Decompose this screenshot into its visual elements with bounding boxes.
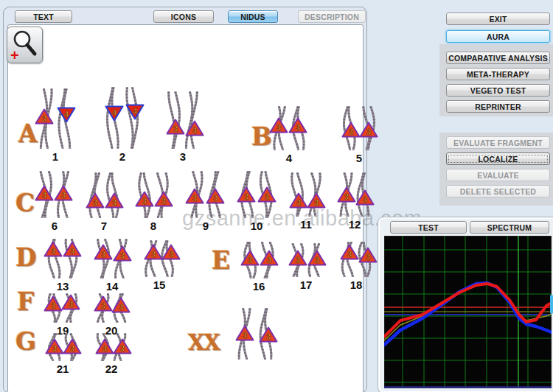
chromosome-pair-20[interactable]: 3320 xyxy=(92,293,131,339)
nidus-marker-3-up[interactable]: 3 xyxy=(359,121,378,139)
svg-text:3: 3 xyxy=(112,198,116,207)
nidus-marker-4-down[interactable]: 4 xyxy=(105,105,124,122)
nidus-marker-3-up[interactable]: 3 xyxy=(105,192,124,209)
svg-text:3: 3 xyxy=(344,192,349,201)
nidus-marker-3-up[interactable]: 3 xyxy=(340,243,359,261)
nidus-marker-3-up[interactable]: 3 xyxy=(206,187,225,205)
svg-text:3: 3 xyxy=(142,197,147,206)
svg-text:3: 3 xyxy=(42,191,46,200)
nidus-marker-3-up[interactable]: 3 xyxy=(35,184,54,202)
nidus-marker-3-up[interactable]: 3 xyxy=(144,243,163,261)
pair-number-label: 17 xyxy=(287,279,325,291)
nidus-marker-3-up[interactable]: 3 xyxy=(63,240,82,258)
nidus-marker-3-up[interactable]: 3 xyxy=(240,249,260,267)
nidus-marker-3-up[interactable]: 3 xyxy=(95,337,114,355)
nidus-marker-3-up[interactable]: 3 xyxy=(35,108,54,125)
nidus-marker-3-up[interactable]: 3 xyxy=(44,295,63,312)
svg-text:3: 3 xyxy=(51,301,55,310)
chromosome-pair-16[interactable]: 3316 xyxy=(239,242,279,295)
nidus-marker-3-up[interactable]: 3 xyxy=(94,243,113,261)
nidus-marker-3-up[interactable]: 3 xyxy=(54,184,73,202)
chromosome-pair-18[interactable]: 3318 xyxy=(337,242,375,293)
chromosome-pair-8[interactable]: 338 xyxy=(133,172,173,234)
svg-text:3: 3 xyxy=(70,344,74,353)
delete-selected-button[interactable]: DELETE SELECTED xyxy=(446,185,550,197)
evaluate-fragment-button[interactable]: EVALUATE FRAGMENT xyxy=(446,136,550,149)
nidus-marker-3-up[interactable]: 3 xyxy=(341,121,361,139)
comparative-analysis-button[interactable]: COMPARATIVE ANALYSIS xyxy=(446,52,550,64)
reprinter-button[interactable]: REPRINTER xyxy=(446,100,550,113)
localize-button[interactable]: LOCALIZE xyxy=(446,153,550,165)
chromosome-pair-14[interactable]: 3314 xyxy=(92,239,132,295)
test-button[interactable]: TEST xyxy=(390,221,467,234)
nidus-marker-3-up[interactable]: 3 xyxy=(337,186,356,203)
tab-description[interactable]: DESCRIPTION xyxy=(298,10,366,23)
nidus-marker-3-up[interactable]: 3 xyxy=(288,116,307,134)
nidus-marker-3-up[interactable]: 3 xyxy=(44,240,63,258)
chromosome-pair-3[interactable]: 333 xyxy=(163,91,203,165)
svg-text:3: 3 xyxy=(101,301,105,310)
nidus-marker-3-up[interactable]: 3 xyxy=(135,190,154,208)
chromosome-pair-17[interactable]: 3317 xyxy=(287,243,325,293)
scrollbar-thumb[interactable] xyxy=(550,295,553,314)
nidus-marker-3-up[interactable]: 3 xyxy=(307,192,326,209)
nidus-marker-3-up[interactable]: 3 xyxy=(288,249,307,267)
nidus-marker-4-down[interactable]: 4 xyxy=(125,103,145,121)
nidus-marker-3-up[interactable]: 3 xyxy=(166,118,185,136)
nidus-marker-3-up[interactable]: 3 xyxy=(237,186,256,203)
nidus-marker-3-up[interactable]: 3 xyxy=(86,192,105,209)
chromosome-pair-21[interactable]: 3321 xyxy=(44,333,82,377)
nidus-marker-3-up[interactable]: 3 xyxy=(269,116,288,134)
chromosome-pair-13[interactable]: 3313 xyxy=(44,239,82,295)
aura-button[interactable]: AURA xyxy=(446,30,550,43)
nidus-marker-3-up[interactable]: 3 xyxy=(161,243,181,261)
nidus-marker-3-up[interactable]: 3 xyxy=(259,326,278,343)
tab-nidus[interactable]: NIDUS xyxy=(228,10,278,23)
nidus-marker-3-up[interactable]: 3 xyxy=(185,187,204,205)
nidus-marker-3-up[interactable]: 3 xyxy=(61,293,80,311)
chromosome-pair-9[interactable]: 339 xyxy=(185,171,226,234)
pair-number-label: 10 xyxy=(235,220,278,232)
nidus-marker-4-down[interactable]: 4 xyxy=(57,106,76,124)
chromosome-pair-7[interactable]: 337 xyxy=(84,172,124,234)
nidus-marker-3-up[interactable]: 3 xyxy=(111,296,131,314)
evaluate-button[interactable]: EVALUATE xyxy=(446,169,550,181)
chromosome-pair-XX[interactable]: 33 xyxy=(231,308,279,376)
nidus-marker-3-up[interactable]: 3 xyxy=(289,192,308,209)
nidus-marker-3-up[interactable]: 3 xyxy=(235,324,254,342)
nidus-marker-3-up[interactable]: 3 xyxy=(355,189,375,206)
chromosome-pair-5[interactable]: 335 xyxy=(337,106,381,167)
zoom-tool-button[interactable]: + xyxy=(7,27,43,63)
chromosome-pair-2[interactable]: 442 xyxy=(100,87,145,165)
meta-therapy-button[interactable]: META-THERAPY xyxy=(446,68,550,80)
nidus-marker-3-up[interactable]: 3 xyxy=(63,337,82,355)
group-label-G: G xyxy=(15,327,36,356)
nidus-marker-3-up[interactable]: 3 xyxy=(307,249,327,267)
nidus-marker-3-up[interactable]: 3 xyxy=(257,186,276,203)
spectrum-button[interactable]: SPECTRUM xyxy=(470,221,549,234)
tab-icons[interactable]: ICONS xyxy=(153,10,214,23)
chromosome-pair-10[interactable]: 3310 xyxy=(235,171,278,234)
nidus-marker-3-up[interactable]: 3 xyxy=(113,245,132,262)
chromosome-pair-4[interactable]: 334 xyxy=(268,106,310,167)
nidus-marker-3-up[interactable]: 3 xyxy=(358,246,378,264)
tab-text[interactable]: TEXT xyxy=(15,10,72,23)
nidus-marker-3-up[interactable]: 3 xyxy=(113,337,132,355)
chromosome-pair-15[interactable]: 3315 xyxy=(141,240,178,293)
chromosome-pair-19[interactable]: 3319 xyxy=(44,293,82,339)
chromosome-pair-6[interactable]: 336 xyxy=(35,171,74,234)
exit-button[interactable]: EXIT xyxy=(446,13,550,25)
nidus-marker-3-up[interactable]: 3 xyxy=(45,337,64,355)
chromosome-pair-22[interactable]: 3322 xyxy=(92,333,131,377)
nidus-marker-3-up[interactable]: 3 xyxy=(154,190,173,208)
chromosome-pair-12[interactable]: 3312 xyxy=(335,172,374,233)
nidus-marker-3-up[interactable]: 3 xyxy=(185,119,204,137)
pair-number-label: 16 xyxy=(239,280,279,293)
nidus-marker-3-up[interactable]: 3 xyxy=(94,295,113,312)
application-window: { "tabs": { "items": [ {"label": "TEXT",… xyxy=(0,0,553,392)
chromosome-pair-11[interactable]: 3311 xyxy=(286,172,326,233)
chromosome-pair-1[interactable]: 341 xyxy=(35,88,76,165)
svg-text:3: 3 xyxy=(102,344,107,353)
vegeto-test-button[interactable]: VEGETO TEST xyxy=(446,84,550,97)
nidus-marker-3-up[interactable]: 3 xyxy=(260,249,279,267)
